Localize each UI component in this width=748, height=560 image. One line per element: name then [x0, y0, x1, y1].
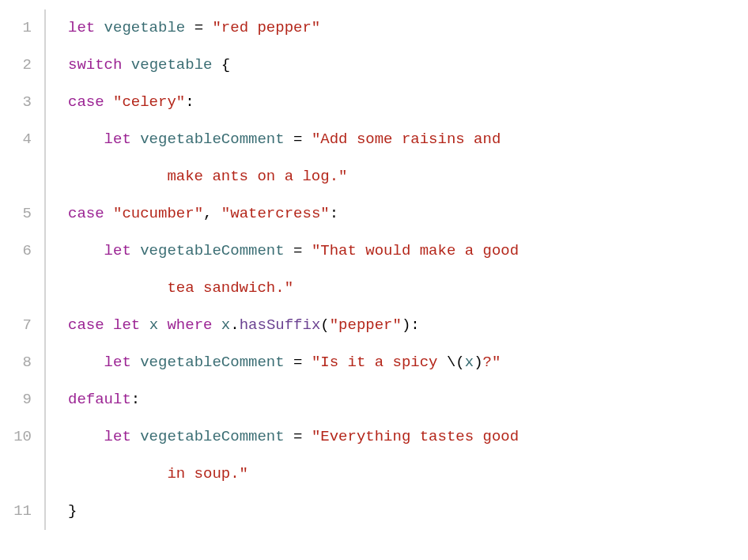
punct-token: .: [230, 318, 239, 333]
line-number: 10: [0, 418, 32, 456]
code-line: switch vegetable {: [68, 47, 710, 84]
line-number: 4: [0, 121, 32, 158]
indent-token: [68, 244, 104, 259]
keyword-token: where: [167, 318, 221, 333]
code-line: let vegetable = "red pepper": [68, 9, 710, 47]
keyword-token: let: [104, 244, 141, 259]
line-number: 9: [0, 381, 32, 418]
string-token: ?": [483, 355, 501, 370]
string-token: "pepper": [330, 318, 402, 333]
keyword-token: case: [68, 206, 113, 221]
line-number-wrap: [0, 270, 32, 307]
indent-token: [68, 132, 104, 147]
code-line: }: [68, 493, 710, 530]
identifier-token: vegetable: [104, 21, 186, 36]
keyword-token: let: [104, 355, 141, 370]
code-line: case "celery":: [68, 84, 710, 121]
identifier-token: vegetableComment: [140, 429, 284, 445]
code-line: let vegetableComment = "Add some raisins…: [68, 121, 710, 195]
line-number: 8: [0, 344, 32, 381]
string-token: "celery": [113, 95, 185, 110]
line-number: 5: [0, 195, 32, 233]
code-line: let vegetableComment = "That would make …: [68, 233, 710, 307]
identifier-token: vegetableComment: [140, 355, 284, 370]
string-token: "cucumber": [113, 206, 203, 221]
code-line: let vegetableComment = "Is it a spicy \(…: [68, 344, 710, 381]
line-number: 1: [0, 9, 32, 47]
code-line: case "cucumber", "watercress":: [68, 195, 710, 233]
punct-token: =: [285, 429, 312, 445]
code-line: case let x where x.hasSuffix("pepper"):: [68, 307, 710, 344]
string-token: "That would make a good: [312, 244, 519, 259]
string-token: "Everything tastes good: [312, 429, 519, 445]
punct-token: ): [474, 355, 482, 370]
keyword-token: case: [68, 95, 113, 110]
code-area[interactable]: let vegetable = "red pepper" switch vege…: [46, 9, 726, 530]
punct-token: =: [285, 244, 312, 259]
string-token: tea sandwich.": [167, 281, 293, 296]
method-token: hasSuffix: [240, 318, 321, 333]
string-token: in soup.": [167, 467, 248, 482]
string-token: make ants on a log.": [167, 169, 347, 184]
keyword-token: let: [113, 318, 149, 333]
punct-token: =: [285, 132, 312, 147]
identifier-token: vegetable: [131, 58, 213, 73]
keyword-token: default: [68, 392, 131, 407]
code-line: let vegetableComment = "Everything taste…: [68, 418, 710, 493]
line-number: 2: [0, 47, 32, 84]
line-number: 3: [0, 84, 32, 121]
string-token: "red pepper": [212, 21, 320, 36]
punct-token: }: [68, 504, 77, 519]
punct-token: (: [320, 318, 329, 333]
space-token: [158, 318, 167, 333]
punct-token: ):: [402, 318, 420, 333]
identifier-token: vegetableComment: [140, 132, 284, 147]
punct-token: :: [131, 392, 140, 407]
line-number-wrap: [0, 456, 32, 493]
punct-token: =: [185, 21, 212, 36]
identifier-token: x: [149, 318, 158, 333]
line-number-wrap: [0, 158, 32, 195]
string-token: "watercress": [221, 206, 330, 221]
keyword-token: let: [104, 429, 141, 445]
punct-token: ,: [203, 206, 221, 221]
identifier-token: vegetableComment: [140, 244, 284, 259]
keyword-token: let: [104, 132, 141, 147]
punct-token: :: [330, 206, 338, 221]
code-editor: 1 2 3 4 5 6 7 8 9 10 11 let vegetable = …: [0, 9, 748, 530]
line-number: 7: [0, 307, 32, 344]
line-number: 6: [0, 233, 32, 270]
line-number: 11: [0, 493, 32, 530]
punct-token: \(: [447, 355, 465, 370]
punct-token: =: [285, 355, 312, 370]
gutter: 1 2 3 4 5 6 7 8 9 10 11: [0, 9, 46, 530]
punct-token: {: [212, 58, 230, 73]
keyword-token: switch: [68, 58, 131, 73]
code-line: default:: [68, 381, 710, 418]
indent-token: [68, 355, 104, 370]
keyword-token: let: [68, 21, 104, 36]
identifier-token: x: [465, 355, 474, 370]
string-token: "Add some raisins and: [312, 132, 501, 147]
punct-token: :: [185, 95, 194, 110]
string-token: "Is it a spicy: [312, 355, 447, 370]
keyword-token: case: [68, 318, 113, 333]
indent-token: [68, 429, 104, 445]
identifier-token: x: [221, 318, 230, 333]
